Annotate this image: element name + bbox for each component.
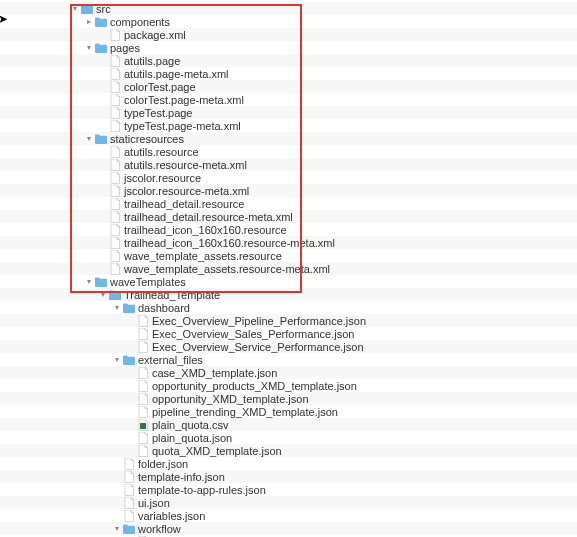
tree-row[interactable]: ▸atutils.page [0,54,577,67]
tree-row[interactable]: ▸plain_quota.json [0,431,577,444]
file-icon [109,224,121,236]
tree-item-label: Exec_Overview_Service_Performance.json [152,341,364,353]
chevron-down-icon[interactable]: ▾ [112,303,122,313]
file-icon [109,146,121,158]
tree-row[interactable]: ▸template-info.json [0,470,577,483]
tree-row[interactable]: ▸Exec_Overview_Pipeline_Performance.json [0,314,577,327]
tree-row[interactable]: ▾waveTemplates [0,275,577,288]
tree-row[interactable]: ▸case_XMD_template.json [0,366,577,379]
cursor-icon: ➤ [0,12,8,26]
tree-item-label: Exec_Overview_Sales_Performance.json [152,328,354,340]
tree-item-label: folder.json [138,458,188,470]
tree-item-label: quota_XMD_template.json [152,445,282,457]
file-icon [137,445,149,457]
tree-row[interactable]: ▾dashboard [0,301,577,314]
file-icon [137,393,149,405]
chevron-down-icon[interactable]: ▾ [98,290,108,300]
tree-row[interactable]: ▸trailhead_detail.resource-meta.xml [0,210,577,223]
file-icon [137,315,149,327]
tree-item-label: opportunity_products_XMD_template.json [152,380,357,392]
tree-row[interactable]: ▾Trailhead_Template [0,288,577,301]
file-icon [137,328,149,340]
file-icon [109,94,121,106]
file-icon [123,510,135,522]
file-icon [137,380,149,392]
tree-item-label: external_files [138,354,203,366]
tree-row[interactable]: ▸atutils.resource [0,145,577,158]
chevron-down-icon[interactable]: ▾ [84,43,94,53]
tree-item-label: colorTest.page [124,81,196,93]
tree-row[interactable]: ▸opportunity_XMD_template.json [0,392,577,405]
tree-row[interactable]: ▸opportunity_products_XMD_template.json [0,379,577,392]
file-icon [109,55,121,67]
file-icon [109,263,121,275]
folder-icon [95,16,107,28]
tree-row[interactable]: ▸Exec_Overview_Sales_Performance.json [0,327,577,340]
tree-row[interactable]: ▸folder.json [0,457,577,470]
tree-item-label: atutils.page-meta.xml [124,68,229,80]
tree-row[interactable]: ▸trailhead_icon_160x160.resource-meta.xm… [0,236,577,249]
file-icon [109,172,121,184]
tree-row[interactable]: ▸colorTest.page-meta.xml [0,93,577,106]
tree-row[interactable]: ▸package.xml [0,28,577,41]
tree-item-label: Trailhead_Template [124,289,220,301]
tree-item-label: staticresources [110,133,184,145]
chevron-down-icon[interactable]: ▾ [112,524,122,534]
folder-icon [123,302,135,314]
tree-item-label: jscolor.resource-meta.xml [124,185,249,197]
tree-item-label: wave_template_assets.resource [124,250,282,262]
tree-row[interactable]: ▸template-to-app-rules.json [0,483,577,496]
tree-item-label: trailhead_icon_160x160.resource-meta.xml [124,237,335,249]
tree-row[interactable]: ▸wave_template_assets.resource-meta.xml [0,262,577,275]
folder-icon [109,289,121,301]
svg-rect-0 [140,423,146,429]
tree-row[interactable]: ▸typeTest.page [0,106,577,119]
tree-row[interactable]: ▸plain_quota.csv [0,418,577,431]
chevron-down-icon[interactable]: ▾ [112,355,122,365]
tree-row[interactable]: ▾pages [0,41,577,54]
tree-row[interactable]: ▸atutils.page-meta.xml [0,67,577,80]
tree-row[interactable]: ▸variables.json [0,509,577,522]
tree-row[interactable]: ▾workflow [0,522,577,535]
tree-row[interactable]: ▾staticresources [0,132,577,145]
file-icon [109,107,121,119]
file-icon [109,81,121,93]
file-icon [109,250,121,262]
tree-row[interactable]: ▸pipeline_trending_XMD_template.json [0,405,577,418]
tree-row[interactable]: ▸quota_XMD_template.json [0,444,577,457]
tree-item-label: src [96,3,111,15]
tree-item-label: ui.json [138,497,170,509]
chevron-right-icon[interactable]: ▸ [84,17,94,27]
chevron-down-icon[interactable]: ▾ [70,4,80,14]
file-icon [137,367,149,379]
tree-item-label: plain_quota.json [152,432,232,444]
tree-row[interactable]: ▸Exec_Overview_Service_Performance.json [0,340,577,353]
tree-item-label: pages [110,42,140,54]
file-icon [109,159,121,171]
tree-row[interactable]: ▸trailhead_icon_160x160.resource [0,223,577,236]
folder-icon [95,276,107,288]
tree-row[interactable]: ▸atutils.resource-meta.xml [0,158,577,171]
tree-row[interactable]: ▸wave_template_assets.resource [0,249,577,262]
tree-row[interactable]: ▸jscolor.resource [0,171,577,184]
chevron-down-icon[interactable]: ▾ [84,277,94,287]
tree-row[interactable]: ▸colorTest.page [0,80,577,93]
file-icon [109,29,121,41]
file-icon [109,120,121,132]
tree-row[interactable]: ▾external_files [0,353,577,366]
chevron-down-icon[interactable]: ▾ [84,134,94,144]
tree-row[interactable]: ▾src [0,2,577,15]
tree-row[interactable]: ▸typeTest.page-meta.xml [0,119,577,132]
file-icon [109,211,121,223]
file-icon [109,198,121,210]
file-icon [109,185,121,197]
tree-item-label: components [110,16,170,28]
folder-icon [95,42,107,54]
tree-row[interactable]: ▸ui.json [0,496,577,509]
tree-item-label: typeTest.page [124,107,193,119]
tree-item-label: atutils.page [124,55,180,67]
file-icon [123,497,135,509]
tree-row[interactable]: ▸jscolor.resource-meta.xml [0,184,577,197]
tree-row[interactable]: ▸trailhead_detail.resource [0,197,577,210]
tree-row[interactable]: ▸components [0,15,577,28]
